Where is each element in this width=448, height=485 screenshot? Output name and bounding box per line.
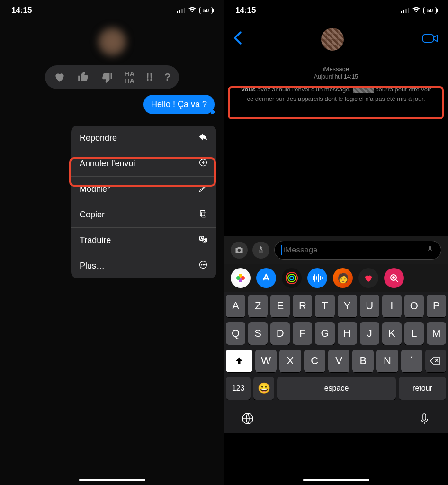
keyboard-row-1: A Z E R T Y U I O P — [226, 295, 446, 317]
key-c[interactable]: C — [304, 350, 325, 372]
menu-translate[interactable]: Traduire A文 — [71, 228, 216, 253]
key-t[interactable]: T — [315, 295, 334, 317]
menu-more[interactable]: Plus… — [71, 253, 216, 278]
key-i[interactable]: I — [382, 295, 402, 317]
svg-rect-11 — [423, 35, 433, 42]
app-audio-icon[interactable] — [307, 268, 327, 288]
menu-reply-label: Répondre — [80, 133, 117, 143]
service-label: iMessage — [232, 65, 440, 72]
menu-reply[interactable]: Répondre — [71, 126, 216, 151]
svg-point-20 — [290, 276, 294, 280]
key-f[interactable]: F — [293, 322, 312, 345]
home-indicator[interactable] — [79, 479, 145, 481]
keyboard-row-4: 123 😀 espace retour — [226, 377, 446, 400]
key-shift[interactable] — [226, 350, 252, 372]
redacted-name — [353, 87, 374, 93]
key-g[interactable]: G — [315, 322, 334, 345]
app-images-icon[interactable] — [384, 268, 404, 288]
keyboard-row-2: Q S D F G H J K L M — [226, 322, 446, 345]
reaction-question-icon[interactable]: ? — [164, 70, 170, 84]
message-context-menu: Répondre Annuler l'envoi Modifier Copier… — [71, 126, 216, 278]
app-appstore-icon[interactable] — [256, 268, 276, 288]
key-l[interactable]: L — [404, 322, 424, 345]
dictation-button[interactable] — [418, 412, 431, 427]
message-input[interactable]: iMessage — [274, 241, 441, 260]
key-space[interactable]: espace — [277, 377, 396, 400]
key-q[interactable]: Q — [226, 322, 245, 345]
sent-message-bubble[interactable]: Hello ! Ça va ? — [143, 95, 215, 114]
camera-button[interactable] — [231, 242, 248, 259]
key-n[interactable]: N — [376, 350, 398, 372]
svg-point-9 — [203, 264, 204, 265]
copy-icon — [198, 209, 208, 221]
key-u[interactable]: U — [360, 295, 379, 317]
avatar-blurred — [98, 27, 126, 56]
timestamp-label: Aujourd'hui 14:15 — [232, 73, 440, 80]
key-x[interactable]: X — [279, 350, 301, 372]
key-h[interactable]: H — [338, 322, 357, 345]
key-b[interactable]: B — [352, 350, 374, 372]
key-m[interactable]: M — [427, 322, 446, 345]
svg-point-22 — [392, 276, 395, 279]
status-time: 14:15 — [11, 6, 32, 15]
menu-undo-label: Annuler l'envoi — [80, 159, 135, 169]
menu-undo-send[interactable]: Annuler l'envoi — [71, 151, 216, 177]
key-s[interactable]: S — [248, 322, 268, 345]
key-y[interactable]: Y — [338, 295, 357, 317]
key-p[interactable]: P — [427, 295, 446, 317]
home-indicator[interactable] — [303, 479, 369, 481]
contact-avatar[interactable] — [321, 28, 344, 51]
key-z[interactable]: Z — [248, 295, 268, 317]
key-emoji[interactable]: 😀 — [253, 377, 274, 400]
status-indicators: 50 — [177, 7, 213, 15]
key-v[interactable]: V — [328, 350, 349, 372]
app-fitness-icon[interactable] — [282, 268, 302, 288]
globe-button[interactable] — [241, 412, 254, 427]
key-w[interactable]: W — [255, 350, 277, 372]
svg-rect-1 — [202, 212, 206, 217]
undo-icon — [198, 158, 208, 170]
svg-rect-2 — [200, 210, 205, 216]
reaction-thumbs-up-icon[interactable] — [77, 70, 90, 84]
facetime-button[interactable] — [422, 33, 439, 46]
screen-context-menu: 14:15 50 HAHA !! ? Hello ! Ça va ? Répon… — [0, 0, 224, 485]
notice-bold: Vous — [241, 86, 256, 93]
key-return[interactable]: retour — [399, 377, 446, 400]
reaction-thumbs-down-icon[interactable] — [101, 70, 113, 84]
key-o[interactable]: O — [404, 295, 424, 317]
svg-rect-24 — [423, 414, 426, 420]
wifi-icon — [412, 7, 421, 15]
key-j[interactable]: J — [360, 322, 379, 345]
svg-point-8 — [201, 264, 202, 265]
avatar-image — [321, 28, 344, 51]
screen-conversation: 14:15 50 iMessage Aujourd'hui 14:15 Vous… — [224, 0, 448, 485]
menu-copy[interactable]: Copier — [71, 202, 216, 228]
menu-edit[interactable]: Modifier — [71, 177, 216, 202]
key-d[interactable]: D — [270, 322, 290, 345]
key-e[interactable]: E — [270, 295, 290, 317]
text-cursor — [281, 245, 282, 255]
app-digitaltouch-icon[interactable] — [358, 268, 378, 288]
key-accent[interactable]: ´ — [401, 350, 422, 372]
menu-edit-label: Modifier — [80, 184, 110, 194]
key-a[interactable]: A — [226, 295, 245, 317]
key-r[interactable]: R — [293, 295, 312, 317]
dictation-icon[interactable] — [426, 245, 434, 255]
app-memoji-icon[interactable]: 🧑 — [333, 268, 353, 288]
reaction-heart-icon[interactable] — [54, 70, 66, 84]
undo-send-notice: Vous avez annulé l'envoi d'un message. p… — [232, 83, 440, 105]
key-k[interactable]: K — [382, 322, 402, 345]
reaction-exclaim-icon[interactable]: !! — [146, 70, 153, 84]
key-numbers[interactable]: 123 — [226, 377, 251, 400]
app-store-button[interactable] — [252, 242, 269, 259]
app-photos-icon[interactable] — [231, 268, 251, 288]
reaction-haha-icon[interactable]: HAHA — [125, 70, 135, 84]
keyboard-bottom-row — [226, 404, 446, 429]
back-button[interactable] — [233, 31, 242, 48]
key-backspace[interactable] — [425, 350, 446, 372]
svg-point-17 — [236, 276, 240, 280]
more-icon — [198, 260, 208, 272]
input-placeholder: iMessage — [283, 245, 426, 255]
signal-icon — [401, 8, 409, 13]
status-bar: 14:15 50 — [0, 0, 224, 18]
